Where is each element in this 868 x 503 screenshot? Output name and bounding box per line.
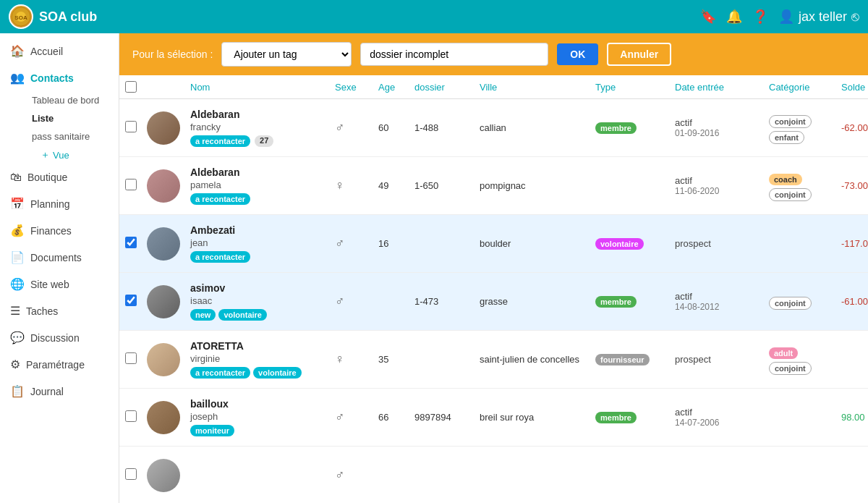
sidebar-label-siteweb: Site web [30,279,69,290]
tag-label: a recontacter [190,367,250,379]
row-checkbox[interactable] [125,410,137,422]
col-categorie[interactable]: Catégorie [769,81,841,93]
sidebar-item-siteweb[interactable]: 🌐 Site web [0,271,119,297]
row-checkbox-cell[interactable] [125,121,147,135]
ville-cell: grasse [480,296,595,307]
row-checkbox-cell[interactable] [125,179,147,193]
dossier-cell: 1-488 [414,122,480,133]
table-row[interactable]: bailloux joseph moniteur ♂ 66 9897894 br… [119,389,868,447]
row-checkbox[interactable] [125,468,137,480]
solde-cell: -73.00 [841,180,868,191]
solde-cell: -62.00 [841,122,868,133]
name-cell: Aldebaran pamela a recontacter [190,166,335,205]
contact-name: Aldebaran [190,109,332,120]
sidebar-label-accueil: Accueil [30,46,63,57]
row-checkbox-cell[interactable] [125,295,147,308]
app-logo: SOA [9,4,33,29]
sidebar-item-journal[interactable]: 📋 Journal [0,378,119,405]
sidebar-contacts-sub: Tableau de bord Liste pass sanitaire ＋ V… [0,91,119,164]
contact-tags: a recontacter27 [190,135,332,147]
contact-subname: francky [190,122,332,132]
ville-cell: boulder [480,238,595,249]
gender-cell: ♂ [335,120,378,135]
table-row[interactable]: Aldebaran pamela a recontacter ♀ 49 1-65… [119,157,868,215]
contact-name: Ambezati [190,224,332,236]
user-menu[interactable]: 👤 jax teller ⎋ [778,9,859,25]
table-row[interactable]: asimov isaac newvolontaire ♂ 1-473 grass… [119,273,868,331]
sidebar-item-parametrage[interactable]: ⚙ Paramétrage [0,351,119,378]
col-sexe[interactable]: Sexe [335,81,378,93]
sidebar-sub-dashboard[interactable]: Tableau de bord [20,91,119,109]
tag-label: moniteur [190,425,234,436]
sidebar-add-view[interactable]: ＋ Vue [20,145,119,164]
type-cell: membre [595,412,675,423]
row-checkbox[interactable] [125,352,137,364]
col-dossier[interactable]: dossier [414,81,480,93]
notification-icon[interactable]: 🔔 [726,9,742,25]
sidebar: 🏠 Accueil 👥 Contacts Tableau de bord Lis… [0,33,119,503]
col-type[interactable]: Type [595,81,675,93]
row-checkbox[interactable] [125,121,137,132]
type-tag: fournisseur [595,354,650,365]
select-all-checkbox[interactable] [125,81,137,93]
avatar-cell [147,111,190,145]
col-solde[interactable]: Solde [841,81,868,93]
sidebar-item-contacts[interactable]: 👥 Contacts [0,64,119,91]
pass-label: pass sanitaire [32,131,90,142]
table-row[interactable]: Ambezati jean a recontacter ♂ 16 boulder… [119,215,868,273]
categories-cell: conjointenfant [769,112,841,144]
contact-subname: jean [190,237,332,248]
row-checkbox[interactable] [125,295,137,306]
selection-bar: Pour la sélection : Ajouter un tag Suppr… [119,33,868,75]
row-checkbox-cell[interactable] [125,468,147,482]
col-ville[interactable]: Ville [480,81,595,93]
col-nom[interactable]: Nom [190,81,335,93]
sidebar-sub-liste[interactable]: Liste [20,109,119,127]
solde-cell: -61.00 [841,296,868,307]
sidebar-item-planning[interactable]: 📅 Planning [0,190,119,217]
row-checkbox[interactable] [125,237,137,248]
tag-label: a recontacter [190,251,250,263]
bookmark-icon[interactable]: 🔖 [700,9,716,25]
contact-subname: joseph [190,411,332,422]
row-checkbox-cell[interactable] [125,352,147,366]
sidebar-item-finances[interactable]: 💰 Finances [0,217,119,244]
sidebar-item-documents[interactable]: 📄 Documents [0,244,119,271]
col-date[interactable]: Date entrée [675,81,769,93]
help-icon[interactable]: ❓ [752,9,768,25]
table-row[interactable]: ♂ [119,447,868,503]
parametrage-icon: ⚙ [10,358,20,371]
table-row[interactable]: Aldebaran francky a recontacter27 ♂ 60 1… [119,99,868,157]
row-checkbox-cell[interactable] [125,237,147,250]
action-select[interactable]: Ajouter un tag Supprimer un tag Envoyer … [221,42,352,67]
sidebar-item-discussion[interactable]: 💬 Discussion [0,324,119,351]
avatar [147,169,180,203]
gender-icon: ♂ [335,236,345,250]
col-age[interactable]: Age [378,81,414,93]
ok-button[interactable]: OK [557,43,598,65]
sidebar-label-taches: Taches [26,305,58,317]
sidebar-item-accueil[interactable]: 🏠 Accueil [0,38,119,64]
avatar-cell [147,285,190,318]
sidebar-item-taches[interactable]: ☰ Taches [0,297,119,324]
type-tag: membre [595,122,637,134]
tag-input[interactable] [360,43,548,66]
nav-icons: 🔖 🔔 ❓ 👤 jax teller ⎋ [700,9,859,25]
row-checkbox-cell[interactable] [125,410,147,424]
date-cell: actif 14-07-2006 [675,407,769,428]
sidebar-item-boutique[interactable]: 🛍 Boutique [0,164,119,190]
row-checkbox[interactable] [125,179,137,190]
date-cell: prospect [675,354,769,365]
finances-icon: 💰 [10,224,25,237]
avatar [147,111,180,145]
sidebar-label-contacts: Contacts [30,72,74,84]
sidebar-sub-pass[interactable]: pass sanitaire [20,127,119,145]
logout-icon[interactable]: ⎋ [851,9,859,25]
date-cell: actif 11-06-2020 [675,175,769,196]
tag-label: new [190,309,216,321]
app-title: SOA club [39,9,700,25]
table-row[interactable]: ATORETTA virginie a recontactervolontair… [119,331,868,389]
dossier-cell: 9897894 [414,412,480,423]
annuler-button[interactable]: Annuler [607,43,671,66]
sidebar-label-finances: Finances [30,225,72,237]
